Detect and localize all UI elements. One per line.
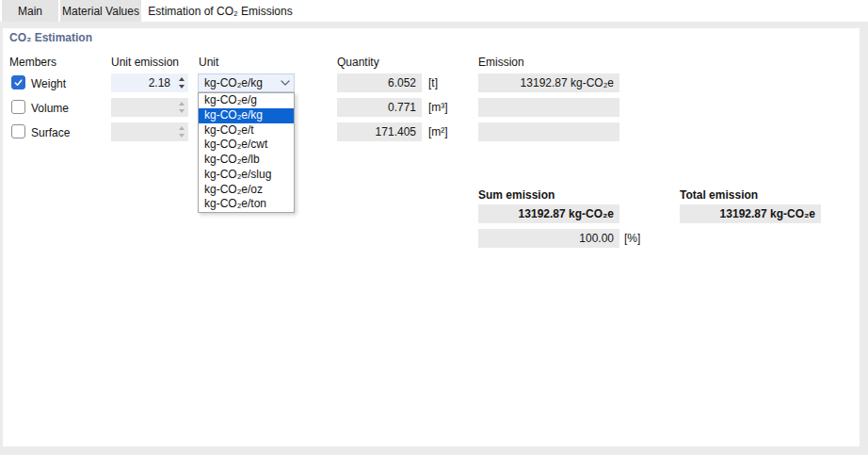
tab-main[interactable]: Main bbox=[2, 0, 58, 22]
member-label-volume: Volume bbox=[31, 102, 69, 115]
dropdown-option-kg-co2e-slug[interactable]: kg-CO₂e/slug bbox=[199, 168, 294, 183]
tab-estimation-label: Estimation of CO₂ Emissions bbox=[148, 5, 292, 18]
quantity-unit-label-volume: [m³] bbox=[428, 101, 448, 114]
tab-strip: Main Material Values Estimation of CO₂ E… bbox=[0, 0, 868, 22]
unit-emission-spinner-volume bbox=[111, 98, 188, 117]
unit-emission-value-weight[interactable]: 2.18 bbox=[111, 73, 174, 92]
dropdown-option-kg-co2e-ton[interactable]: kg-CO₂e/ton bbox=[199, 197, 294, 212]
spin-down-icon[interactable] bbox=[179, 85, 185, 89]
total-emission-label: Total emission bbox=[680, 188, 758, 202]
quantity-unit-label-weight: [t] bbox=[428, 76, 438, 89]
dropdown-option-kg-co2e-lb[interactable]: kg-CO₂e/lb bbox=[199, 153, 294, 168]
sum-emission-field: 13192.87 kg-CO₂e bbox=[478, 204, 619, 223]
checkbox-volume[interactable] bbox=[11, 100, 25, 114]
spin-up-icon bbox=[179, 102, 185, 106]
chevron-down-icon[interactable] bbox=[281, 80, 290, 86]
quantity-field-surface: 171.405 bbox=[337, 122, 422, 141]
checkmark-icon bbox=[13, 77, 24, 88]
unit-dropdown-list: kg-CO₂e/g kg-CO₂e/kg kg-CO₂e/t kg-CO₂e/c… bbox=[198, 92, 295, 213]
dropdown-option-kg-co2e-cwt[interactable]: kg-CO₂e/cwt bbox=[199, 138, 294, 153]
member-label-surface: Surface bbox=[31, 126, 70, 139]
dropdown-option-kg-co2e-kg[interactable]: kg-CO₂e/kg bbox=[199, 108, 294, 123]
tab-material-values[interactable]: Material Values bbox=[60, 0, 141, 22]
sum-emission-label: Sum emission bbox=[478, 188, 555, 202]
column-header-unit: Unit bbox=[199, 56, 218, 69]
unit-combobox-weight[interactable]: kg-CO₂e/kg bbox=[198, 73, 295, 92]
column-header-emission: Emission bbox=[478, 56, 524, 69]
unit-combobox-value: kg-CO₂e/kg bbox=[204, 76, 281, 89]
quantity-unit-label-surface: [m²] bbox=[428, 125, 448, 138]
dropdown-option-kg-co2e-t[interactable]: kg-CO₂e/t bbox=[199, 123, 294, 138]
sum-percent-unit-label: [%] bbox=[624, 232, 640, 245]
member-label-weight: Weight bbox=[31, 77, 66, 90]
sum-percent-field: 100.00 bbox=[478, 229, 619, 248]
column-header-quantity: Quantity bbox=[337, 56, 379, 69]
emission-field-surface bbox=[478, 122, 619, 141]
spin-down-icon bbox=[179, 134, 185, 138]
unit-emission-value-surface bbox=[111, 122, 174, 141]
dropdown-option-kg-co2e-oz[interactable]: kg-CO₂e/oz bbox=[199, 183, 294, 198]
unit-emission-spinner-surface bbox=[111, 122, 188, 141]
emission-field-weight: 13192.87 kg-CO₂e bbox=[478, 73, 619, 92]
column-header-unit-emission: Unit emission bbox=[111, 56, 179, 69]
tab-material-values-label: Material Values bbox=[62, 5, 139, 18]
spin-down-icon bbox=[179, 109, 185, 113]
column-header-members: Members bbox=[9, 56, 56, 69]
spin-up-icon[interactable] bbox=[179, 77, 185, 81]
emission-field-volume bbox=[478, 98, 619, 117]
unit-emission-spinner-weight[interactable]: 2.18 bbox=[111, 73, 188, 92]
tab-main-label: Main bbox=[18, 5, 42, 18]
unit-emission-value-volume bbox=[111, 98, 174, 117]
spin-up-icon bbox=[179, 126, 185, 130]
tab-estimation-co2-emissions[interactable]: Estimation of CO₂ Emissions bbox=[143, 0, 297, 22]
section-title: CO₂ Estimation bbox=[9, 31, 92, 44]
checkbox-weight[interactable] bbox=[11, 75, 25, 89]
quantity-field-volume: 0.771 bbox=[337, 98, 422, 117]
quantity-field-weight: 6.052 bbox=[337, 73, 422, 92]
checkbox-surface[interactable] bbox=[11, 124, 25, 138]
total-emission-field: 13192.87 kg-CO₂e bbox=[680, 204, 821, 223]
dropdown-option-kg-co2e-g[interactable]: kg-CO₂e/g bbox=[199, 93, 294, 108]
